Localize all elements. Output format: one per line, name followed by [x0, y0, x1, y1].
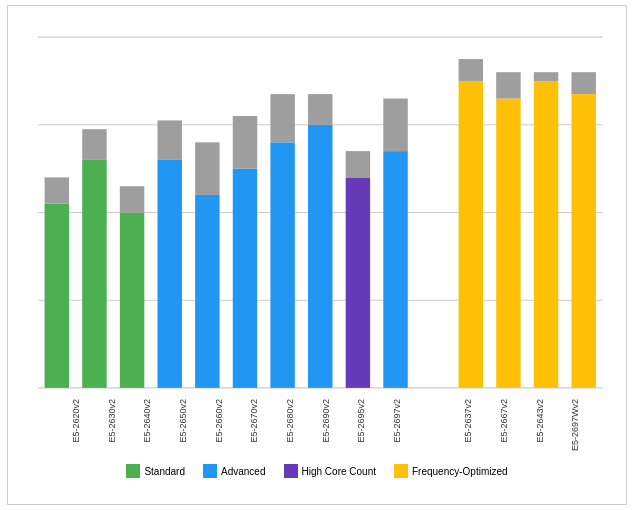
svg-rect-30 [459, 81, 483, 388]
x-axis-label: E5-2660v2 [214, 399, 254, 443]
svg-rect-29 [383, 99, 407, 152]
svg-rect-22 [270, 142, 294, 388]
x-axis-label: E5-2640v2 [142, 399, 182, 443]
chart-container: 01234 E5-2620v2E5-2630v2E5-2640v2E5-2650… [7, 5, 627, 505]
svg-rect-35 [534, 72, 558, 81]
legend-label: Standard [144, 466, 185, 477]
svg-rect-10 [45, 204, 69, 388]
svg-rect-21 [233, 116, 257, 169]
svg-rect-34 [534, 81, 558, 388]
svg-rect-36 [571, 94, 595, 388]
x-axis-label: E5-2643v2 [535, 399, 575, 443]
svg-rect-31 [459, 59, 483, 81]
x-axis-label: E5-2650v2 [178, 399, 218, 443]
svg-rect-13 [82, 129, 106, 160]
legend-item: Standard [126, 464, 185, 478]
legend-label: High Core Count [302, 466, 376, 477]
x-axis-label: E5-2695v2 [356, 399, 396, 443]
x-labels: E5-2620v2E5-2630v2E5-2640v2E5-2650v2E5-2… [73, 399, 608, 459]
legend-color [126, 464, 140, 478]
x-axis-label: E5-2690v2 [321, 399, 361, 443]
svg-rect-27 [346, 151, 370, 177]
x-axis-label: E5-2697Wv2 [570, 399, 610, 451]
legend-color [284, 464, 298, 478]
y-axis-label [18, 21, 38, 399]
x-axis-label: E5-2680v2 [285, 399, 325, 443]
legend-label: Advanced [221, 466, 265, 477]
legend-label: Frequency-Optimized [412, 466, 508, 477]
x-axis-label: E5-2630v2 [107, 399, 147, 443]
legend-item: High Core Count [284, 464, 376, 478]
svg-rect-26 [346, 177, 370, 387]
svg-rect-12 [82, 160, 106, 388]
x-axis-label: E5-2637v2 [463, 399, 503, 443]
svg-rect-16 [157, 160, 181, 388]
svg-rect-17 [157, 120, 181, 159]
x-axis-label: E5-2667v2 [499, 399, 539, 443]
legend-color [203, 464, 217, 478]
x-axis-label: E5-2670v2 [249, 399, 289, 443]
legend-color [394, 464, 408, 478]
svg-rect-11 [45, 177, 69, 203]
svg-rect-28 [383, 151, 407, 388]
svg-rect-15 [120, 186, 144, 212]
svg-rect-32 [496, 99, 520, 388]
svg-rect-25 [308, 94, 332, 125]
svg-rect-24 [308, 125, 332, 388]
svg-rect-37 [571, 72, 595, 94]
x-axis-label: E5-2620v2 [71, 399, 111, 443]
legend: StandardAdvancedHigh Core CountFrequency… [18, 464, 616, 478]
x-axis-label: E5-2697v2 [392, 399, 432, 443]
svg-rect-19 [195, 142, 219, 195]
svg-rect-33 [496, 72, 520, 98]
svg-rect-23 [270, 94, 294, 142]
svg-rect-18 [195, 195, 219, 388]
legend-item: Frequency-Optimized [394, 464, 508, 478]
svg-rect-20 [233, 169, 257, 388]
legend-item: Advanced [203, 464, 265, 478]
chart-svg: 01234 [38, 26, 608, 399]
svg-rect-14 [120, 213, 144, 388]
